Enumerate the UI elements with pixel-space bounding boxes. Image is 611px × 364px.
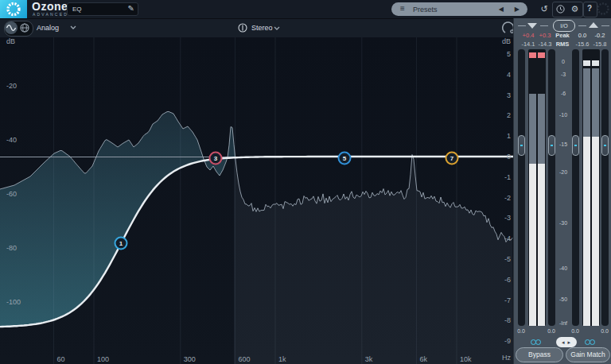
freq-axis-tick: 600: [238, 355, 250, 363]
settings-gear-icon[interactable]: ⚙: [568, 2, 582, 16]
gain-fader-output[interactable]: [601, 135, 609, 156]
peak-hold-mark-input: [529, 52, 536, 58]
channel-link-icon-input[interactable]: [531, 339, 543, 346]
io-meter-panel: I/O Peak RMS 0-3-6-10-15-20-30-40-50-Inf…: [513, 18, 611, 364]
right-axis-tick: -3: [504, 214, 511, 222]
eq-band-node-3[interactable]: 3: [210, 153, 222, 165]
input-gain-down-icon[interactable]: [527, 23, 537, 29]
fader-track-output: [601, 49, 609, 326]
brand-name: Ozone: [32, 1, 68, 12]
right-axis-tick: -1: [504, 173, 511, 181]
preset-prev-button[interactable]: ◀: [499, 6, 504, 13]
ozone-logo: [0, 0, 27, 18]
fader-value-output: 0.0: [567, 328, 583, 334]
peak-value-output: 0.0: [573, 32, 592, 39]
right-axis-tick: 1: [507, 132, 511, 140]
eq-band-node-1[interactable]: 1: [115, 238, 127, 250]
module-name: EQ: [72, 6, 82, 13]
eq-band-node-5[interactable]: 5: [339, 153, 351, 165]
presets-dropdown[interactable]: ≡ Presets ◀ ▶: [391, 2, 527, 16]
brand-sub: ADVANCED: [33, 12, 68, 17]
fader-track-input: [518, 49, 525, 326]
title-bar: Ozone ADVANCED EQ ✎ ≡ Presets ◀ ▶ ↺ ⚙ ?: [0, 0, 611, 18]
right-axis-tick: 0: [507, 153, 511, 161]
rms-value-output: -15.8: [590, 41, 609, 48]
peak-hold-mark-output: [592, 60, 599, 66]
freq-axis-tick: 1k: [278, 355, 286, 363]
right-axis-tick: 3: [507, 91, 511, 99]
selected-band-fill: [0, 111, 235, 327]
freq-axis-tick: 60: [56, 355, 64, 363]
meter-link-toggle[interactable]: ◂ ▸: [556, 337, 577, 347]
sine-wave-icon: [5, 21, 18, 34]
fader-track-output: [572, 49, 579, 326]
presets-label: Presets: [413, 6, 438, 14]
peak-value-output: -0.2: [590, 32, 609, 39]
freq-axis-tick: 6k: [419, 355, 427, 363]
svg-text:3: 3: [214, 155, 218, 162]
channel-link-icon-output[interactable]: [585, 339, 597, 346]
preset-list-icon: ≡: [400, 4, 405, 13]
freq-axis-unit: Hz: [502, 354, 511, 362]
right-axis-tick: 4: [507, 71, 511, 79]
spectrum-fill-right: [234, 145, 513, 364]
freq-axis-tick: 100: [97, 355, 109, 363]
io-options-button[interactable]: I/O: [553, 20, 575, 32]
eq-mode-select[interactable]: Analog: [37, 24, 59, 32]
gain-match-button[interactable]: Gain Match: [566, 347, 610, 362]
fader-track-input: [548, 49, 555, 326]
peak-value-input: +0.3: [535, 32, 555, 39]
right-axis-tick: 5: [507, 50, 511, 58]
left-axis-tick: -20: [6, 82, 17, 90]
rms-value-input: -14.3: [535, 41, 555, 48]
eq-band-node-7[interactable]: 7: [446, 153, 458, 165]
stereo-icon: [237, 22, 248, 33]
matching-view-button[interactable]: [18, 21, 31, 34]
left-axis-tick: -100: [6, 298, 21, 306]
history-icon[interactable]: [554, 2, 567, 16]
dash: [518, 25, 526, 26]
right-axis-tick: -7: [504, 296, 511, 304]
rms-value-output: -15.6: [573, 41, 592, 48]
svg-text:1: 1: [119, 240, 123, 247]
right-axis-tick: -2: [504, 194, 511, 202]
dash: [601, 25, 609, 26]
left-axis-tick: -60: [6, 190, 17, 198]
left-axis-unit: dB: [6, 37, 15, 45]
right-axis-tick: -9: [504, 337, 511, 345]
undo-button[interactable]: ↺: [538, 2, 551, 16]
left-axis-tick: -80: [6, 244, 17, 252]
history-settings-group: ⚙: [552, 2, 583, 17]
module-name-field[interactable]: EQ ✎: [67, 2, 138, 16]
svg-text:5: 5: [343, 155, 347, 162]
meter-bar-rms-input: [538, 164, 545, 326]
eq-graph[interactable]: 1357dB-20-40-60-80-100dB543210-1-2-3-4-5…: [0, 37, 513, 364]
left-axis-tick: -40: [6, 136, 17, 144]
right-axis-tick: -8: [504, 316, 511, 324]
fader-value-input: 0.0: [543, 328, 559, 334]
help-label: ?: [584, 2, 595, 16]
edit-pencil-icon[interactable]: ✎: [128, 4, 134, 13]
chevron-down-icon: [274, 26, 280, 30]
fader-value-input: 0.0: [513, 328, 529, 334]
right-axis-unit: dB: [502, 37, 511, 45]
channel-select[interactable]: Stereo: [232, 21, 282, 35]
gain-fader-input[interactable]: [518, 135, 525, 156]
bypass-button[interactable]: Bypass: [516, 347, 563, 362]
meter-bar-rms-output: [592, 137, 599, 326]
fader-value-output: 0.0: [597, 328, 611, 334]
dash: [578, 25, 586, 26]
peak-hold-mark-input: [538, 52, 545, 58]
preset-next-button[interactable]: ▶: [515, 6, 520, 13]
dash: [540, 25, 548, 26]
gain-fader-input[interactable]: [548, 135, 555, 156]
freq-axis-tick: 10k: [460, 355, 472, 363]
right-axis-tick: 2: [507, 111, 511, 119]
freq-axis-tick: 3k: [365, 355, 373, 363]
gain-fader-output[interactable]: [572, 135, 579, 156]
chevron-down-icon[interactable]: [70, 25, 76, 29]
meter-bar-rms-input: [529, 164, 536, 326]
izotope-watermark-icon: [596, 2, 610, 19]
output-gain-up-icon[interactable]: [589, 22, 598, 28]
curve-view-button[interactable]: [5, 21, 18, 34]
